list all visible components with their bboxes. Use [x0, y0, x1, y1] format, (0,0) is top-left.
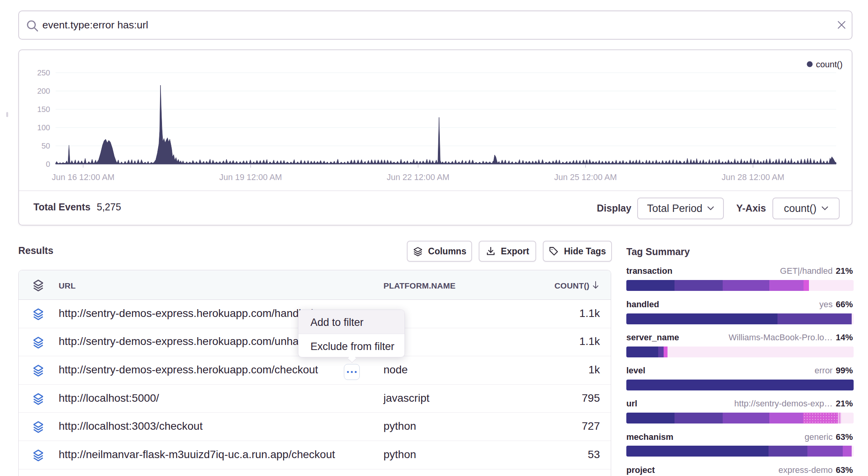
svg-text:250: 250 [37, 68, 50, 77]
svg-text:200: 200 [37, 87, 50, 95]
svg-text:0: 0 [46, 160, 50, 168]
svg-text:Jun 25 12:00 AM: Jun 25 12:00 AM [554, 173, 617, 182]
svg-text:count(): count() [816, 60, 842, 69]
svg-text:Jun 19 12:00 AM: Jun 19 12:00 AM [219, 173, 282, 182]
svg-text:100: 100 [37, 123, 50, 132]
svg-text:Jun 16 12:00 AM: Jun 16 12:00 AM [52, 173, 114, 182]
svg-text:150: 150 [37, 105, 50, 114]
svg-text:50: 50 [42, 142, 50, 150]
svg-text:Jun 28 12:00 AM: Jun 28 12:00 AM [722, 173, 784, 182]
svg-text:Jun 22 12:00 AM: Jun 22 12:00 AM [387, 173, 449, 182]
